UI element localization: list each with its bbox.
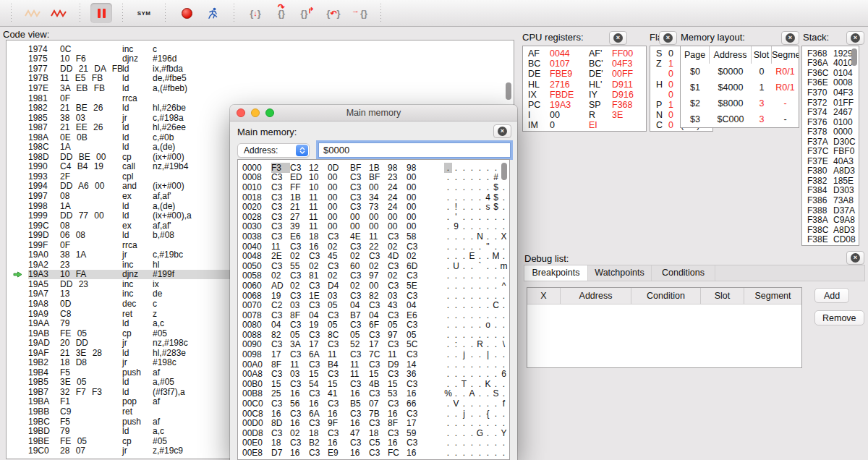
memory-row[interactable]: 0090C33A17C35217C35C.:..R..\ — [238, 340, 509, 350]
tab-watchpoints[interactable]: Watchpoints — [588, 265, 652, 281]
zoom-window-icon[interactable] — [265, 108, 274, 117]
memory-byte[interactable]: 05 — [388, 320, 407, 330]
close-window-icon[interactable] — [237, 108, 245, 117]
step-over-button[interactable]: ↷{} — [271, 3, 292, 23]
memory-byte[interactable]: C3 — [290, 271, 309, 281]
memory-byte[interactable]: 03 — [388, 291, 407, 301]
memory-byte[interactable]: 18 — [271, 438, 290, 448]
memory-row[interactable]: 008004C31905C36F05C3.....o.. — [238, 320, 509, 331]
memory-byte[interactable]: 00 — [328, 172, 346, 182]
memory-byte[interactable]: C3 — [290, 379, 309, 389]
memory-byte[interactable]: 14 — [407, 359, 425, 370]
memory-byte[interactable]: C3 — [309, 359, 328, 370]
memory-row[interactable]: 0018C31B1100C3342400.....4$. — [238, 192, 509, 203]
memory-row[interactable]: 00A08F11C3B411C3D914........ — [238, 359, 509, 370]
memory-byte[interactable]: 5E — [407, 281, 425, 291]
memory-byte[interactable]: 16 — [309, 399, 328, 409]
memory-byte[interactable]: 56 — [290, 399, 309, 409]
memory-byte[interactable]: C5 — [369, 438, 388, 448]
memory-byte[interactable]: C3 — [350, 438, 369, 448]
memory-byte[interactable]: C3 — [271, 202, 290, 212]
memory-byte[interactable]: 05 — [350, 330, 369, 340]
memory-byte[interactable]: 17 — [407, 418, 425, 428]
memory-byte[interactable]: 11 — [388, 349, 407, 359]
memory-byte[interactable]: 41 — [328, 388, 346, 399]
memory-row[interactable]: 006819C31E03C38203C3........ — [238, 291, 509, 301]
memory-byte[interactable]: 00 — [369, 221, 388, 231]
memory-byte[interactable]: C3 — [350, 182, 369, 192]
memory-byte[interactable]: C3 — [309, 388, 328, 399]
memory-byte[interactable]: C3 — [388, 261, 407, 271]
memory-byte[interactable]: 43 — [388, 300, 407, 310]
memory-byte[interactable]: D7 — [271, 448, 290, 458]
memory-byte[interactable]: E6 — [407, 310, 425, 320]
stack-scrollbar-thumb[interactable] — [851, 48, 857, 66]
code-scrollbar-thumb[interactable] — [506, 82, 511, 100]
memory-byte[interactable]: 18 — [309, 428, 328, 438]
memory-byte[interactable]: 00 — [328, 212, 346, 222]
memory-byte[interactable]: C3 — [350, 202, 369, 212]
memory-byte[interactable]: 11 — [350, 359, 369, 370]
memory-byte[interactable]: D4 — [328, 281, 346, 291]
memory-byte[interactable]: C3 — [328, 310, 346, 320]
memory-byte[interactable]: 16 — [309, 242, 328, 252]
code-row[interactable]: 1977DD 21 DA FBldix,#fbda — [7, 64, 514, 74]
memory-byte[interactable]: 22 — [369, 242, 388, 252]
memory-row[interactable]: 005802C38102C39702C3........ — [238, 271, 509, 281]
memory-byte[interactable]: 00 — [350, 221, 369, 231]
memory-byte[interactable]: 11 — [309, 202, 328, 212]
memory-byte[interactable]: 53 — [388, 388, 407, 399]
memory-byte[interactable]: C2 — [271, 300, 290, 310]
memory-byte[interactable]: 55 — [290, 261, 309, 271]
memory-byte[interactable]: 8F — [388, 418, 407, 428]
memory-byte[interactable]: C3 — [350, 379, 369, 389]
memory-byte[interactable]: 11 — [309, 192, 328, 203]
memory-byte[interactable]: C3 — [407, 242, 425, 252]
memory-byte[interactable]: 97 — [388, 330, 407, 340]
memory-byte[interactable]: C3 — [328, 231, 346, 242]
memory-row[interactable]: 00D8C30218C34718C359....G..Y — [238, 428, 509, 438]
memory-byte[interactable]: C3 — [271, 428, 290, 438]
memory-byte[interactable]: 02 — [369, 261, 388, 271]
memory-byte[interactable]: C3 — [271, 399, 290, 409]
memory-byte[interactable]: 12 — [309, 163, 328, 173]
memory-byte[interactable]: 11 — [309, 212, 328, 222]
memory-byte[interactable]: C3 — [290, 409, 309, 419]
memory-byte[interactable]: 02 — [290, 251, 309, 261]
memory-byte[interactable]: 18 — [369, 428, 388, 438]
memory-byte[interactable]: C3 — [350, 271, 369, 281]
memory-row[interactable]: 0060AD02C3D40200C35E.......^ — [238, 281, 509, 291]
memory-byte[interactable]: 02 — [388, 271, 407, 281]
memory-byte[interactable]: 58 — [407, 231, 425, 242]
memory-byte[interactable]: 02 — [407, 251, 425, 261]
code-row[interactable]: 197510 F6djnz#196d — [7, 54, 514, 64]
memory-byte[interactable]: C3 — [369, 359, 388, 370]
memory-row[interactable]: 0030C339110000000000.9...... — [238, 222, 509, 232]
trace-disabled-button[interactable] — [22, 3, 43, 23]
memory-byte[interactable]: 8F — [290, 310, 309, 320]
close-stack-button[interactable]: × — [846, 31, 864, 45]
memory-byte[interactable]: 16 — [407, 388, 425, 399]
memory-byte[interactable]: C3 — [290, 320, 309, 330]
memory-byte[interactable]: C3 — [328, 261, 346, 271]
memory-byte[interactable]: 00 — [407, 221, 425, 231]
memory-byte[interactable]: E9 — [328, 448, 346, 458]
memory-row[interactable]: 0050C35502C36002C36D.U..`..m — [238, 261, 509, 271]
memory-byte[interactable]: 27 — [290, 212, 309, 222]
memory-byte[interactable]: C3 — [309, 251, 328, 261]
memory-byte[interactable]: 00 — [407, 172, 425, 182]
memory-byte[interactable]: 47 — [350, 428, 369, 438]
memory-byte[interactable]: 16 — [350, 388, 369, 399]
code-row[interactable]: 197E3A EB FBlda,(#fbeb) — [7, 83, 514, 93]
memory-byte[interactable]: C3 — [407, 291, 425, 301]
memory-byte[interactable]: C3 — [309, 418, 328, 428]
memory-byte[interactable]: C3 — [388, 310, 407, 320]
memory-byte[interactable]: 36 — [407, 369, 425, 379]
memory-row[interactable]: 00E018C3B216C3C516C3........ — [238, 438, 509, 448]
memory-byte[interactable]: C3 — [290, 163, 309, 173]
memory-byte[interactable]: 02 — [328, 242, 346, 252]
memory-byte[interactable]: 34 — [369, 192, 388, 203]
memory-byte[interactable]: 03 — [290, 369, 309, 379]
memory-byte[interactable]: C3 — [290, 291, 309, 301]
memory-byte[interactable]: 04 — [407, 300, 425, 310]
